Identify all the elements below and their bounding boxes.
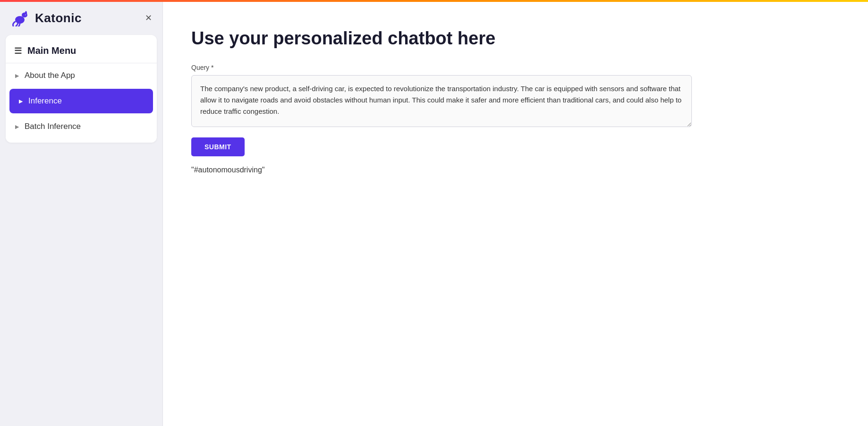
logo-container: Katonic [9,9,82,26]
sidebar-menu: ☰ Main Menu ▶ About the App ▶ Inference … [6,35,157,143]
sidebar-item-batch-inference[interactable]: ▶ Batch Inference [6,114,157,139]
main-content: Use your personalized chatbot here Query… [163,0,868,426]
svg-rect-4 [22,14,27,15]
menu-title: ☰ Main Menu [6,39,157,63]
logo-text: Katonic [35,11,82,26]
page-title: Use your personalized chatbot here [191,28,840,49]
chevron-right-icon: ▶ [15,124,19,130]
sidebar: Katonic ✕ ☰ Main Menu ▶ About the App ▶ … [0,0,163,426]
logo-icon [9,9,31,26]
query-section: Query * The company's new product, a sel… [191,64,840,129]
sidebar-item-inference[interactable]: ▶ Inference [9,89,153,113]
submit-button[interactable]: SUBMIT [191,137,245,156]
sidebar-header: Katonic ✕ [0,0,162,35]
sidebar-item-about[interactable]: ▶ About the App [6,63,157,88]
chevron-right-icon: ▶ [15,73,19,79]
close-button[interactable]: ✕ [143,12,154,24]
query-input[interactable]: The company's new product, a self-drivin… [191,75,692,127]
menu-icon: ☰ [14,46,22,56]
query-label: Query * [191,64,840,71]
result-text: "#autonomousdriving" [191,166,840,174]
chevron-right-icon: ▶ [19,98,23,104]
